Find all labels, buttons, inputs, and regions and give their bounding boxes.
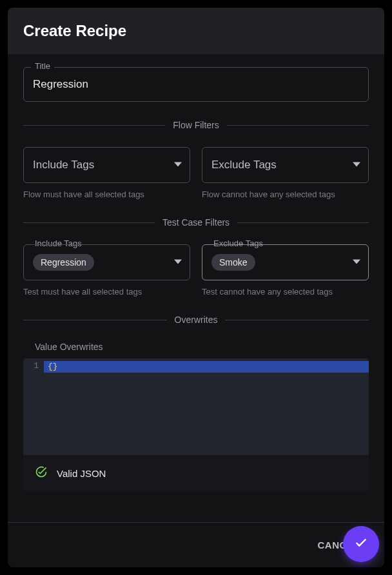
code-line-1: {}	[44, 361, 369, 373]
code-editor[interactable]: 1 {}	[23, 358, 369, 455]
flow-include-tags-select[interactable]: Include Tags	[23, 147, 190, 183]
line-number: 1	[26, 361, 39, 371]
flow-exclude-helper: Flow cannot have any selected tags	[202, 190, 369, 199]
test-filters-label: Test Case Filters	[162, 217, 230, 228]
title-field-wrapper: Title	[23, 67, 369, 102]
overwrites-divider: Overwrites	[23, 315, 369, 325]
modal-body: Title Flow Filters Include Tags Flow mus…	[8, 54, 384, 522]
flow-exclude-placeholder: Exclude Tags	[211, 159, 277, 171]
flow-exclude-col: Exclude Tags Flow cannot have any select…	[202, 147, 369, 199]
flow-filters-row: Include Tags Flow must have all selected…	[23, 147, 369, 199]
test-include-helper: Test must have all selected tags	[23, 287, 190, 297]
flow-exclude-field: Exclude Tags	[202, 147, 369, 183]
chevron-down-icon	[353, 159, 360, 171]
value-overwrites-label: Value Overwrites	[35, 342, 369, 352]
test-exclude-helper: Test cannot have any selected tags	[202, 287, 369, 297]
confirm-fab-button[interactable]	[343, 526, 379, 562]
code-lines: {}	[44, 358, 369, 455]
test-filters-row: Include Tags Regression Test must have a…	[23, 244, 369, 297]
title-label: Title	[31, 61, 54, 71]
flow-include-field: Include Tags	[23, 147, 190, 183]
check-icon	[354, 536, 368, 552]
flow-include-helper: Flow must have all selected tags	[23, 190, 190, 199]
title-input[interactable]	[23, 67, 369, 102]
code-gutter: 1	[23, 358, 44, 455]
test-exclude-tags-select[interactable]: Smoke	[202, 244, 369, 280]
test-filters-divider: Test Case Filters	[23, 217, 369, 228]
test-include-tags-select[interactable]: Regression	[23, 244, 190, 280]
test-exclude-field: Exclude Tags Smoke	[202, 244, 369, 280]
chevron-down-icon	[174, 257, 182, 268]
tag-chip-regression[interactable]: Regression	[33, 254, 94, 271]
modal-footer: CANCEL	[8, 522, 384, 567]
flow-filters-label: Flow Filters	[173, 120, 219, 130]
check-circle-icon	[35, 465, 48, 481]
json-status-text: Valid JSON	[57, 468, 106, 479]
flow-filters-divider: Flow Filters	[23, 120, 369, 130]
create-recipe-modal: Create Recipe Title Flow Filters Include…	[8, 8, 384, 567]
tag-chip-smoke[interactable]: Smoke	[211, 254, 255, 271]
test-exclude-col: Exclude Tags Smoke Test cannot have any …	[202, 244, 369, 297]
chevron-down-icon	[174, 159, 182, 171]
chevron-down-icon	[353, 257, 360, 268]
modal-title: Create Recipe	[23, 22, 369, 40]
json-status-bar: Valid JSON	[23, 455, 369, 491]
overwrites-label: Overwrites	[175, 315, 218, 325]
flow-exclude-tags-select[interactable]: Exclude Tags	[202, 147, 369, 183]
modal-header: Create Recipe	[8, 8, 384, 54]
flow-include-placeholder: Include Tags	[33, 159, 94, 171]
test-include-field: Include Tags Regression	[23, 244, 190, 280]
test-include-col: Include Tags Regression Test must have a…	[23, 244, 190, 297]
flow-include-col: Include Tags Flow must have all selected…	[23, 147, 190, 199]
